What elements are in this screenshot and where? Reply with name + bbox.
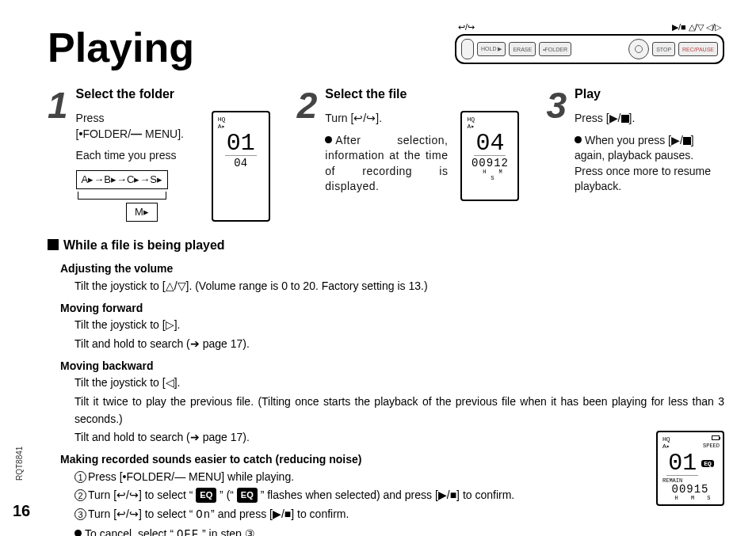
folder-button: •FOLDER [539, 42, 571, 56]
step-1-title: Select the folder [76, 87, 270, 101]
lcd3-eq-badge: EQ [701, 460, 714, 467]
noise-reduction-title: Making recorded sounds easier to catch (… [60, 451, 724, 469]
steps-row: 1 Select the folder Press[FOLDER/ MENU].… [48, 87, 724, 222]
play-icon [609, 111, 618, 127]
play-icon [671, 133, 680, 149]
dot-icon [78, 127, 82, 140]
eq-badge: EQ [196, 488, 216, 503]
lcd1-folder: A▸ [218, 123, 226, 130]
lcd3-hms: H M S [661, 495, 720, 501]
moving-forward-text2: Tilt and hold to search (➔ page 17). [74, 336, 724, 353]
lcd3-time: 00915 [661, 484, 720, 495]
while-playing-header: While a file is being played [48, 236, 724, 256]
adjust-volume-title: Adjusting the volume [60, 260, 724, 278]
lcd3-hq: HQ [662, 435, 670, 443]
circled-1-icon: 1 [74, 471, 86, 483]
lcd-step2: HQ A▸ 04 00912 H M S [460, 111, 519, 201]
jog-dial [461, 39, 474, 59]
circled-2-icon: 2 [74, 489, 86, 501]
device-top-illustration: ↩/↪ ▶/■ △/▽ ◁/▷ HOLD ▶ ERASE •FOLDER STO… [455, 22, 724, 64]
dash-icon [131, 127, 142, 140]
lcd2-folder: A▸ [467, 123, 475, 130]
circled-3-icon: 3 [74, 508, 86, 520]
moving-backward-text2: Tilt it twice to play the previous file.… [74, 393, 724, 428]
lcd2-hms: H M S [465, 169, 514, 181]
joystick-icon-label: ▶/■ △/▽ ◁/▷ [672, 22, 721, 32]
bullet-icon [74, 530, 82, 536]
cycle-row-a: A▸→B▸→C▸→S▸ [76, 170, 168, 189]
step-3: 3 Play Press [/]. When you press [/] aga… [546, 87, 724, 222]
moving-forward-text1: Tilt the joystick to [▷]. [74, 317, 724, 334]
page-number: 16 [13, 502, 30, 520]
moving-backward-text3: Tilt and hold to search (➔ page 17). [74, 429, 724, 447]
adjust-volume-text: Tilt the joystick to [△/▽]. (Volume rang… [74, 278, 724, 295]
lcd3-file-num: 01 [666, 451, 698, 476]
step-2-turn: Turn [↩/↪]. [325, 111, 448, 127]
step-2-title: Select the file [325, 87, 519, 101]
moving-forward-title: Moving forward [60, 300, 724, 317]
hold-button: HOLD ▶ [477, 42, 506, 56]
eq-badge: EQ [237, 488, 258, 503]
battery-icon [712, 435, 720, 440]
stop-icon [621, 115, 629, 123]
noise-cancel: To cancel, select “ OFF ” in step ③. [74, 526, 661, 536]
cycle-row-m: M▸ [126, 203, 158, 222]
lcd3-folder: A▸ [662, 443, 670, 450]
noise-step1: 1Press [•FOLDER/— MENU] while playing. [74, 469, 661, 486]
stop-button: STOP [652, 42, 675, 56]
erase-button: ERASE [509, 42, 536, 56]
step-3-title: Play [575, 87, 724, 101]
lcd3-speed: SPEED [703, 443, 720, 450]
lcd1-file-num: 01 [225, 131, 257, 156]
step-1-each-time: Each time you press [76, 148, 197, 164]
noise-step3: 3Turn [↩/↪] to select “ On” and press [▶… [74, 506, 661, 524]
lcd-step1: HQ A▸ 01 04 [212, 111, 270, 222]
lcd1-hq: HQ [218, 116, 226, 123]
bullet-icon [325, 136, 332, 143]
document-id: RQT8841 [15, 447, 24, 481]
bullet-icon [575, 136, 582, 143]
lcd2-file-num: 04 [474, 131, 506, 156]
step-3-note: When you press [/] again, playback pause… [575, 133, 724, 195]
step-2-number: 2 [297, 87, 318, 222]
step-1-number: 1 [48, 87, 68, 222]
on-segment-text: On [196, 508, 211, 521]
lcd-noise-example: HQ A▸ SPEED 01 EQ REMAIN 00915 H M S [656, 431, 724, 506]
while-playing-section: While a file is being played Adjusting t… [48, 236, 724, 536]
step-1-press: Press[FOLDER/ MENU]. [76, 111, 197, 142]
step-1: 1 Select the folder Press[FOLDER/ MENU].… [48, 87, 270, 222]
off-segment-text: OFF [177, 528, 199, 536]
step-2-note: After selection, information at the time… [325, 133, 448, 195]
device-bar: HOLD ▶ ERASE •FOLDER STOP REC/PAUSE [455, 34, 724, 64]
noise-step2: 2Turn [↩/↪] to select “ EQ ” (“ EQ ” fla… [74, 487, 661, 504]
step-3-number: 3 [546, 87, 567, 222]
jog-icon-label: ↩/↪ [458, 22, 475, 32]
folder-cycle-diagram: A▸→B▸→C▸→S▸ M▸ [76, 170, 197, 222]
rec-pause-button: REC/PAUSE [678, 42, 718, 56]
lcd1-total: 04 [216, 158, 265, 169]
moving-backward-text1: Tilt the joystick to [◁]. [74, 374, 724, 392]
step-3-press: Press [/]. [575, 111, 724, 127]
lcd2-hq: HQ [467, 116, 475, 123]
joystick [628, 39, 649, 59]
stop-icon [683, 137, 691, 145]
lcd2-time: 00912 [465, 158, 514, 169]
step-2: 2 Select the file Turn [↩/↪]. After sele… [297, 87, 520, 222]
moving-backward-title: Moving backward [60, 358, 724, 375]
